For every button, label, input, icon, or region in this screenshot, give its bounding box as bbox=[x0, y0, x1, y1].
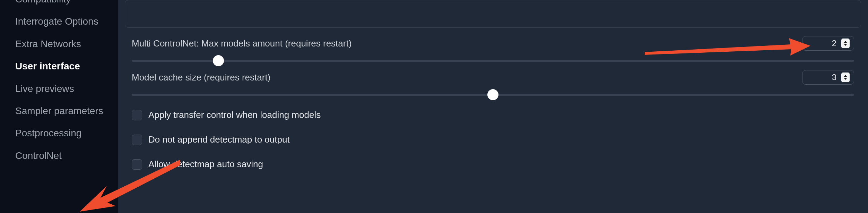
slider-thumb[interactable] bbox=[487, 89, 498, 100]
model-cache-number-input[interactable]: 3 bbox=[802, 70, 854, 85]
settings-sidebar: Compatibility Interrogate Options Extra … bbox=[0, 0, 118, 213]
svg-marker-3 bbox=[844, 78, 847, 80]
setting-multi-controlnet: Multi ControlNet: Max models amount (req… bbox=[125, 36, 861, 51]
setting-model-cache: Model cache size (requires restart) 3 bbox=[125, 70, 861, 85]
sidebar-item-extra-networks[interactable]: Extra Networks bbox=[15, 33, 105, 55]
settings-panel: Multi ControlNet: Max models amount (req… bbox=[118, 0, 868, 213]
checkbox-label: Allow detectmap auto saving bbox=[148, 159, 263, 170]
checkbox-box[interactable] bbox=[132, 135, 142, 145]
checkbox-label: Do not append detectmap to output bbox=[148, 134, 290, 145]
checkbox-apply-transfer-control[interactable]: Apply transfer control when loading mode… bbox=[125, 110, 861, 120]
app-root: Compatibility Interrogate Options Extra … bbox=[0, 0, 868, 213]
slider-thumb[interactable] bbox=[213, 55, 224, 66]
setting-label: Multi ControlNet: Max models amount (req… bbox=[132, 38, 351, 49]
checkbox-box[interactable] bbox=[132, 110, 142, 120]
svg-marker-2 bbox=[844, 75, 847, 77]
svg-marker-0 bbox=[844, 41, 847, 43]
config-textbox[interactable] bbox=[125, 0, 861, 28]
sidebar-item-postprocessing[interactable]: Postprocessing bbox=[15, 122, 105, 144]
checkbox-allow-detectmap-autosave[interactable]: Allow detectmap auto saving bbox=[125, 159, 861, 170]
sidebar-item-controlnet[interactable]: ControlNet bbox=[15, 145, 105, 167]
svg-marker-1 bbox=[844, 44, 847, 46]
sidebar-item-sampler-parameters[interactable]: Sampler parameters bbox=[15, 100, 105, 122]
setting-label: Model cache size (requires restart) bbox=[132, 72, 270, 83]
checkbox-no-append-detectmap[interactable]: Do not append detectmap to output bbox=[125, 134, 861, 145]
stepper-icon[interactable] bbox=[841, 39, 850, 48]
stepper-icon[interactable] bbox=[841, 73, 850, 82]
model-cache-slider[interactable] bbox=[132, 94, 854, 96]
multi-controlnet-number-input[interactable]: 2 bbox=[802, 36, 854, 51]
sidebar-item-compatibility[interactable]: Compatibility bbox=[15, 0, 105, 10]
number-value: 2 bbox=[832, 39, 836, 48]
number-value: 3 bbox=[832, 73, 836, 82]
checkbox-box[interactable] bbox=[132, 159, 142, 170]
sidebar-item-live-previews[interactable]: Live previews bbox=[15, 78, 105, 100]
sidebar-item-interrogate-options[interactable]: Interrogate Options bbox=[15, 10, 105, 33]
checkbox-label: Apply transfer control when loading mode… bbox=[148, 110, 321, 120]
sidebar-item-user-interface[interactable]: User interface bbox=[15, 55, 105, 77]
multi-controlnet-slider[interactable] bbox=[132, 60, 854, 62]
